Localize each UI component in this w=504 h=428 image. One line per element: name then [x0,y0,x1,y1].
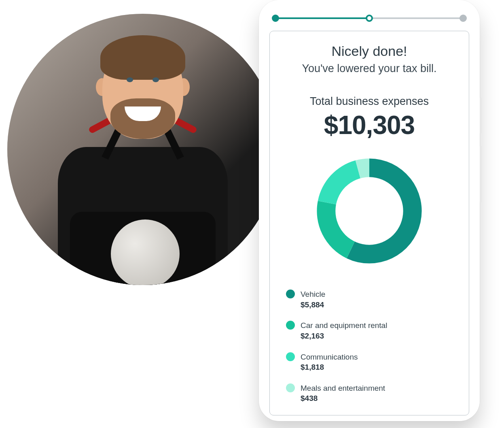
legend-item[interactable]: Vehicle$5,884 [286,289,457,310]
phone-side-button [480,146,482,202]
legend: Vehicle$5,884Car and equipment rental$2,… [281,289,457,404]
card-subtitle: You've lowered your tax bill. [281,62,457,75]
legend-value: $2,163 [301,331,387,341]
legend-swatch [286,290,295,298]
legend-swatch [286,352,295,361]
progress-step-2[interactable] [366,15,373,22]
progress-stepper[interactable] [272,14,467,23]
phone-mockup: Nicely done! You've lowered your tax bil… [259,0,480,421]
pizza-peel-icon [111,219,180,285]
progress-step-3[interactable] [460,15,467,22]
card-title: Nicely done! [281,43,457,59]
legend-value: $438 [301,393,385,404]
legend-swatch [286,383,295,392]
legend-value: $1,818 [301,362,358,373]
summary-card: Nicely done! You've lowered your tax bil… [269,31,469,415]
legend-label: Communications [301,352,358,362]
legend-item[interactable]: Communications$1,818 [286,352,457,373]
phone-side-button [480,97,482,134]
total-label: Total business expenses [281,95,457,108]
legend-label: Meals and entertainment [301,383,385,394]
legend-item[interactable]: Car and equipment rental$2,163 [286,320,457,341]
legend-value: $5,884 [301,300,325,310]
expenses-donut-chart [315,156,424,266]
legend-swatch [286,321,295,330]
legend-label: Vehicle [301,289,325,300]
donut-hole [335,177,403,245]
legend-item[interactable]: Meals and entertainment$438 [286,383,457,404]
progress-fill [274,17,369,19]
total-value: $10,303 [281,110,457,140]
hero-photo [7,14,278,285]
progress-step-1[interactable] [272,15,279,22]
legend-label: Car and equipment rental [301,320,387,331]
